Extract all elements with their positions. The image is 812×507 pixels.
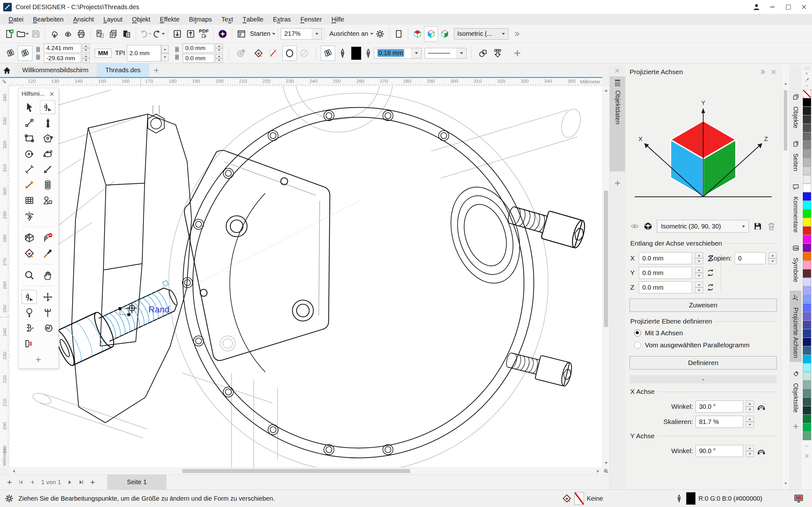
thread-style-button[interactable]	[321, 46, 335, 61]
hatch-tool[interactable]	[40, 231, 55, 245]
polygon-tool[interactable]	[40, 131, 55, 145]
color-swatch[interactable]	[803, 424, 811, 432]
zoom-tool[interactable]	[21, 268, 37, 282]
vertical-ruler[interactable]: Millimeter 34033032031030029028027026025…	[0, 86, 10, 467]
pick-tool[interactable]	[21, 100, 37, 114]
color-swatch[interactable]	[803, 210, 811, 218]
brush-tool[interactable]	[40, 116, 55, 130]
cloud-download-button[interactable]	[48, 26, 61, 41]
strip-close-icon[interactable]	[614, 67, 620, 74]
docker-close-icon[interactable]	[770, 69, 777, 75]
color-swatch[interactable]	[803, 278, 811, 286]
next-page-button[interactable]	[64, 476, 75, 489]
previous-page-button[interactable]	[27, 476, 38, 489]
welcome-screen-button[interactable]	[235, 26, 248, 41]
side-tab-objektstile[interactable]: Objektstile	[790, 366, 802, 416]
toolbar-overflow-button[interactable]	[510, 26, 524, 41]
copies-spinner[interactable]	[768, 252, 777, 264]
fill-button[interactable]	[251, 46, 266, 61]
selection-node[interactable]	[162, 280, 168, 286]
table-tool[interactable]	[21, 193, 37, 207]
color-swatch[interactable]	[803, 329, 811, 337]
strip-add-icon[interactable]	[613, 179, 622, 187]
last-page-button[interactable]	[75, 476, 87, 489]
delete-preset-icon[interactable]	[767, 222, 776, 231]
color-swatch[interactable]	[803, 295, 811, 303]
side-tab-objekte[interactable]: Objekte	[790, 90, 802, 132]
x-angle-lock-icon[interactable]	[757, 402, 766, 411]
first-page-button[interactable]	[15, 476, 27, 489]
projection-preset-combo[interactable]: Isometric (...	[454, 28, 508, 40]
object-y-spinner[interactable]	[82, 54, 90, 63]
offset-bottom-spinner[interactable]	[215, 54, 223, 63]
color-swatch[interactable]	[803, 312, 811, 320]
move-y-field[interactable]: 0.0 mm	[639, 267, 692, 279]
options-button[interactable]	[373, 26, 387, 41]
add-tool-button[interactable]	[234, 46, 248, 61]
menu-fenster[interactable]: Fenster	[296, 14, 327, 25]
preview-eye-icon[interactable]	[630, 222, 639, 231]
color-swatch[interactable]	[803, 141, 811, 149]
home-button[interactable]	[0, 63, 14, 77]
color-swatch[interactable]	[803, 269, 811, 278]
menu-bearbeiten[interactable]: Bearbeiten	[28, 14, 68, 25]
palette-grip[interactable]	[804, 66, 810, 70]
print-button[interactable]	[74, 26, 88, 41]
color-swatch[interactable]	[803, 406, 811, 414]
color-swatch[interactable]	[803, 115, 811, 124]
docker-add-icon[interactable]	[792, 423, 800, 430]
color-swatch[interactable]	[803, 107, 811, 115]
scroll-left-icon[interactable]	[9, 468, 16, 475]
close-button[interactable]	[796, 0, 812, 14]
radio-parallelogram[interactable]: Vom ausgewählten Parallelogramm	[625, 339, 781, 351]
reset-y-icon[interactable]	[706, 268, 715, 277]
docker-scroll-up-icon[interactable]	[781, 79, 790, 87]
shape-tool[interactable]	[21, 290, 37, 304]
toolbox-add-button[interactable]	[32, 354, 45, 365]
page-border-button[interactable]	[392, 26, 405, 41]
menu-extras[interactable]: Extras	[268, 14, 296, 25]
menu-text[interactable]: Text	[217, 14, 238, 25]
color-swatch[interactable]	[803, 227, 811, 235]
projection-front-button[interactable]	[424, 26, 438, 42]
outline-status[interactable]: R:0 G:0 B:0 (#000000)	[675, 492, 762, 505]
color-swatch[interactable]	[803, 261, 811, 269]
add-page-button-left[interactable]	[4, 476, 15, 489]
color-swatch[interactable]	[803, 252, 811, 261]
publish-pdf-button[interactable]: PDF	[197, 26, 211, 41]
move-x-spinner[interactable]	[695, 252, 703, 264]
shape-edit-tool[interactable]	[40, 100, 55, 114]
color-swatch[interactable]	[803, 218, 811, 226]
canvas-vertical-scrollbar[interactable]	[602, 86, 610, 467]
palette-flyout-button[interactable]	[803, 70, 810, 77]
3d-projection-tool[interactable]	[21, 231, 37, 245]
canvas-horizontal-scrollbar[interactable]	[9, 467, 602, 475]
projection-right-button[interactable]	[438, 26, 451, 41]
side-tab-kommentare[interactable]: Kommentare	[790, 180, 802, 237]
toolbox-close-button[interactable]	[48, 90, 55, 97]
status-gear-icon[interactable]	[4, 494, 14, 503]
color-swatch[interactable]	[803, 372, 811, 380]
app-launcher-button[interactable]	[216, 26, 229, 41]
weld-button[interactable]	[476, 46, 490, 61]
basic-shapes-tool[interactable]	[40, 193, 55, 207]
object-x-spinner[interactable]	[82, 44, 90, 53]
y-angle-spinner[interactable]	[746, 445, 754, 457]
color-swatch[interactable]	[803, 132, 811, 141]
docker-flyout-icon[interactable]	[760, 69, 766, 75]
color-swatch[interactable]	[803, 303, 811, 312]
reset-z-icon[interactable]	[706, 283, 715, 292]
color-swatch[interactable]	[803, 363, 811, 372]
horizontal-scroll-thumb[interactable]	[183, 469, 410, 473]
horizontal-ruler[interactable]: Millimeter 12013014015016017018019020021…	[9, 78, 602, 87]
x-scale-field[interactable]: 81.7 %	[696, 416, 743, 428]
pitch-spinner[interactable]	[161, 45, 169, 61]
color-swatch[interactable]	[803, 235, 811, 243]
redo-button[interactable]	[152, 26, 165, 41]
color-swatch[interactable]	[803, 355, 811, 363]
cut-button[interactable]	[93, 26, 107, 41]
tab-welcome[interactable]: Willkommensbildschirm	[14, 63, 97, 77]
order-button[interactable]	[490, 46, 505, 61]
outline-color-swatch[interactable]	[351, 47, 361, 60]
dimension-tool[interactable]	[21, 162, 37, 176]
